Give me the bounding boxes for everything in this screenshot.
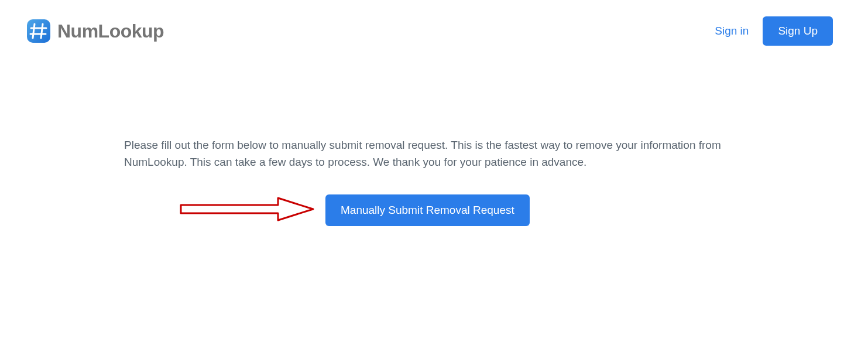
header-actions: Sign in Sign Up: [715, 16, 833, 46]
header: NumLookup Sign in Sign Up: [0, 0, 868, 46]
main-content: Please fill out the form below to manual…: [0, 46, 868, 226]
instruction-text: Please fill out the form below to manual…: [124, 136, 744, 171]
logo[interactable]: NumLookup: [25, 17, 164, 45]
manually-submit-removal-button[interactable]: Manually Submit Removal Request: [325, 194, 530, 226]
signin-link[interactable]: Sign in: [715, 25, 749, 37]
signup-button[interactable]: Sign Up: [763, 16, 833, 46]
arrow-annotation-icon: [180, 194, 317, 226]
logo-text: NumLookup: [57, 21, 164, 42]
action-row: Manually Submit Removal Request: [124, 194, 744, 226]
hash-icon: [25, 17, 53, 45]
svg-rect-0: [27, 19, 50, 43]
